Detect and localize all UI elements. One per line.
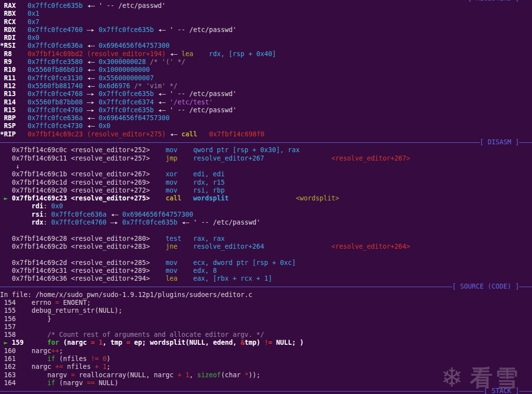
text-run: 0x7ffc0fce3130 bbox=[28, 74, 83, 82]
terminal-line: rdx: 0x7ffc0fce4760 —▸ 0x7ffc0fce635b ◂—… bbox=[0, 219, 532, 227]
text-run: 0x7fbf14c69c0c <resolve_editor+252> bbox=[0, 146, 166, 154]
text-run: ++ bbox=[51, 347, 59, 355]
text-run: ' -- /etc/passwd' bbox=[169, 90, 236, 98]
text-run: (nargc bbox=[59, 339, 91, 346]
separator-line bbox=[519, 287, 532, 287]
text-run: = bbox=[55, 299, 59, 306]
text-run: ◂— bbox=[83, 114, 99, 122]
terminal-line: 0x7fbf14c69c11 <resolve_editor+257> jmp … bbox=[0, 155, 532, 163]
terminal-line: RDX 0x7ffc0fce4760 —▸ 0x7ffc0fce635b ◂— … bbox=[0, 26, 532, 34]
terminal-line: 158 /* Count rest of arguments and alloc… bbox=[0, 331, 532, 339]
text-run: resolve_editor+264 bbox=[193, 243, 264, 250]
text-run: mov rsi, rbp bbox=[166, 187, 225, 194]
text-run: 1 bbox=[102, 363, 106, 370]
disasm-section-label: [ DISASM ] bbox=[480, 138, 519, 146]
terminal-line: R9 0x7ffc0fce3580 ◂— 0x3000000028 /* '('… bbox=[0, 58, 532, 66]
terminal-line: 0x7fbf14c69c28 <resolve_editor+280> test… bbox=[0, 235, 532, 243]
terminal-line: R10 0x5560fb86b010 ◂— 0x10000000000 bbox=[0, 66, 532, 74]
text-run: 0x7ffc0fce4760 bbox=[28, 106, 83, 114]
text-run: 0x7ffc0fce3580 bbox=[28, 58, 83, 66]
disasm-panel: 0x7fbf14c69c0c <resolve_editor+252> mov … bbox=[0, 146, 532, 283]
terminal-line: R11 0x7ffc0fce3130 ◂— 0x556000000007 bbox=[0, 74, 532, 82]
text-run: 163 nargv bbox=[0, 371, 71, 379]
source-section-label: [ SOURCE (CODE) ] bbox=[452, 283, 519, 291]
terminal-line: ► 0x7fbf14c69c23 <resolve_editor+275> ca… bbox=[0, 195, 532, 202]
terminal-line: 0x7fbf14c69c20 <resolve_editor+272> mov … bbox=[0, 187, 532, 195]
text-run: 0x7fbf14c698f0 bbox=[209, 131, 264, 138]
text-run: 0x7ffc0fce4760 bbox=[28, 26, 83, 33]
text-run: ◂— bbox=[166, 131, 181, 138]
text-run: ◂— bbox=[83, 42, 99, 49]
kanxue-watermark-text: 看雪 bbox=[470, 366, 520, 389]
text-run: 0x7ffc0fce4768 bbox=[28, 90, 83, 98]
text-run: reallocarray(NULL, nargc bbox=[75, 371, 177, 379]
text-run: 0 bbox=[102, 355, 106, 362]
text-run: rsi bbox=[32, 211, 43, 218]
registers-separator-partial: [ REGISTERS ] bbox=[468, 0, 532, 2]
text-run: if bbox=[47, 355, 55, 362]
text-run: RDI bbox=[0, 34, 28, 41]
text-run: = bbox=[91, 339, 95, 346]
text-run: xor edi, edi bbox=[166, 170, 225, 178]
text-run: ► bbox=[0, 195, 12, 202]
text-run bbox=[99, 363, 102, 370]
text-run: 0x7fbf14c69c31 <resolve_editor+289> bbox=[0, 267, 166, 274]
text-run: += bbox=[55, 363, 63, 370]
text-run: ' -- /etc/passwd' bbox=[99, 2, 166, 9]
terminal-line: R12 0x5560fb881740 ◂— 0x6d6976 /* 'vim' … bbox=[0, 82, 532, 90]
text-run: 158 bbox=[0, 331, 47, 338]
text-run: R10 bbox=[0, 66, 28, 73]
terminal-line: In file: /home/x/sudo_pwn/sudo-1.9.12p1/… bbox=[0, 291, 532, 299]
text-run: jne bbox=[166, 243, 193, 250]
text-run: 0x5560fb881740 bbox=[28, 82, 83, 90]
text-run: for bbox=[47, 339, 59, 346]
text-run: 0x5560fb87bb08 bbox=[28, 98, 83, 106]
text-run: 0x6d6976 bbox=[99, 82, 130, 90]
terminal-line: rdi: 0x0 bbox=[0, 202, 532, 210]
text-run: In file: /home/x/sudo_pwn/sudo-1.9.12p1/… bbox=[0, 291, 252, 298]
text-run: mov edx, 8 bbox=[166, 267, 217, 274]
text-run: ◂— bbox=[154, 26, 169, 33]
terminal-line: RDI 0x0 bbox=[0, 34, 532, 42]
text-run: /* Count rest of arguments and allocate … bbox=[47, 331, 264, 338]
text-run: 0x556000000007 bbox=[99, 74, 154, 82]
terminal-line: R14 0x5560fb87bb08 —▸ 0x7ffc0fce6374 ◂— … bbox=[0, 98, 532, 106]
text-run: ↓ bbox=[0, 163, 20, 170]
text-run: 0x7 bbox=[28, 18, 39, 26]
text-run: 0x7ffc0fce635b bbox=[99, 106, 154, 114]
text-run: tmp) bbox=[244, 339, 264, 346]
terminal-line: 157 bbox=[0, 323, 532, 331]
text-run: 0x7ffc0fce6374 bbox=[99, 98, 154, 106]
terminal-line: 154 errno = ENOENT; bbox=[0, 299, 532, 307]
text-run: 0x7ffc0fce4730 bbox=[28, 122, 83, 130]
text-run: R15 bbox=[0, 106, 28, 114]
text-run: RBX bbox=[0, 10, 28, 17]
text-run: : bbox=[43, 219, 51, 226]
text-run: ◂— bbox=[83, 2, 99, 9]
text-run: ◂— bbox=[177, 219, 193, 226]
disasm-separator: [ DISASM ] bbox=[0, 138, 532, 146]
text-run: ) bbox=[106, 355, 110, 362]
text-run: RBP bbox=[0, 114, 28, 122]
text-run: mov ecx, dword ptr [rsp + 0xc] bbox=[166, 259, 296, 266]
text-run: 0x7ffc0fce636a bbox=[51, 211, 106, 218]
terminal-line: R15 0x7ffc0fce4760 —▸ 0x7ffc0fce635b ◂— … bbox=[0, 106, 532, 114]
text-run: 0x7ffc0fce635b bbox=[99, 90, 154, 98]
text-run: 0x0 bbox=[99, 122, 110, 130]
terminal-line: 0x7fbf14c69c2b <resolve_editor+283> jne … bbox=[0, 243, 532, 251]
terminal-line: 156 } bbox=[0, 315, 532, 323]
terminal-line: 0x7fbf14c69c1d <resolve_editor+269> mov … bbox=[0, 179, 532, 187]
text-run: 0x7ffc0fce636a bbox=[28, 42, 83, 49]
text-run: ◂— bbox=[83, 82, 99, 90]
text-run: )); bbox=[248, 371, 260, 379]
text-run: test rax, rax bbox=[166, 235, 225, 242]
text-run: if bbox=[47, 379, 55, 387]
text-run: 0x7ffc0fce4760 bbox=[51, 219, 106, 226]
separator-line bbox=[0, 142, 480, 143]
text-run: ◂— bbox=[154, 90, 169, 98]
terminal-line bbox=[0, 251, 532, 259]
text-run: /* 'vim' */ bbox=[130, 82, 177, 90]
text-run: *RSI bbox=[0, 42, 28, 49]
registers-section-label: [ REGISTERS ] bbox=[468, 0, 519, 2]
text-run: R13 bbox=[0, 90, 28, 98]
